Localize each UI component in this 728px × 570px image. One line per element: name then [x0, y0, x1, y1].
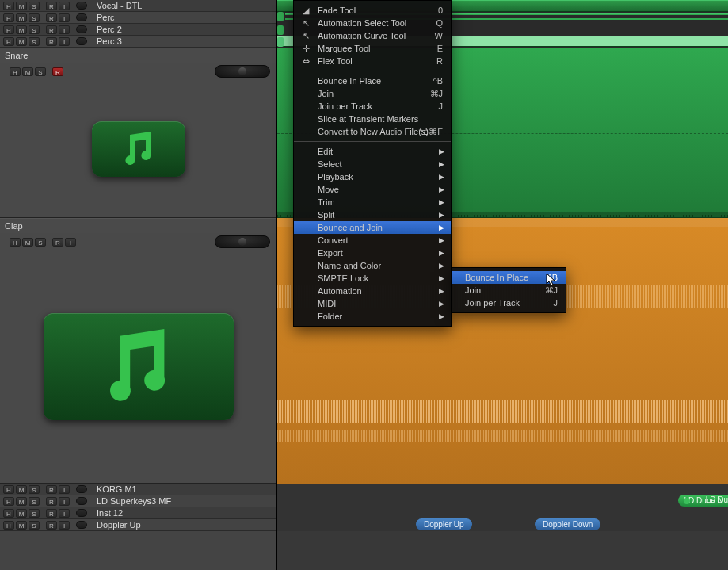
m-button[interactable]: M	[16, 37, 27, 46]
i-button[interactable]: I	[59, 2, 70, 10]
r-button[interactable]: R	[52, 67, 63, 76]
menu-item-slice-transients[interactable]: Slice at Transient Markers	[294, 113, 451, 125]
track-row[interactable]: H M S R I Inst 12	[0, 507, 276, 519]
track-row[interactable]: H M S R I LD Superkeys3 MF	[0, 495, 276, 507]
menu-item-move[interactable]: Move▶	[294, 183, 451, 196]
track-row[interactable]: H M S R I Perc 2	[0, 24, 276, 36]
track-row-large[interactable]: Snare H M S R	[0, 48, 276, 218]
r-button[interactable]: R	[46, 37, 57, 46]
menu-item-edit[interactable]: Edit▶	[294, 145, 451, 158]
r-button[interactable]: R	[46, 13, 57, 22]
s-button[interactable]: S	[29, 13, 40, 22]
menu-item-folder[interactable]: Folder▶	[294, 310, 451, 323]
r-button[interactable]: R	[46, 485, 57, 494]
s-button[interactable]: S	[35, 238, 46, 247]
track-row[interactable]: H M S R I Perc	[0, 12, 276, 24]
i-button[interactable]: I	[59, 509, 70, 518]
m-button[interactable]: M	[22, 67, 33, 76]
r-button[interactable]: R	[46, 25, 57, 34]
h-button[interactable]: H	[3, 497, 14, 506]
menu-item-automation-select[interactable]: ↖ Automation Select Tool Q	[294, 17, 451, 29]
h-button[interactable]: H	[3, 521, 14, 530]
r-button[interactable]: R	[46, 497, 57, 506]
menu-item-select[interactable]: Select▶	[294, 158, 451, 170]
h-button[interactable]: H	[3, 485, 14, 494]
m-button[interactable]: M	[16, 497, 27, 506]
m-button[interactable]: M	[16, 509, 27, 518]
menu-item-automation[interactable]: Automation▶	[294, 285, 451, 297]
context-menu[interactable]: ◢ Fade Tool 0 ↖ Automation Select Tool Q…	[293, 0, 452, 327]
h-button[interactable]: H	[3, 2, 14, 10]
context-submenu[interactable]: Bounce In Place ^B Join ⌘J Join per Trac…	[452, 267, 566, 313]
track-row-large[interactable]: Clap H M S R I	[0, 218, 276, 484]
menu-item-fade-tool[interactable]: ◢ Fade Tool 0	[294, 4, 451, 17]
menu-item-split[interactable]: Split▶	[294, 208, 451, 221]
s-button[interactable]: S	[29, 485, 40, 494]
s-button[interactable]: S	[29, 497, 40, 506]
h-button[interactable]: H	[3, 37, 14, 46]
track-toggle[interactable]	[76, 521, 87, 529]
m-button[interactable]: M	[22, 238, 33, 247]
i-button[interactable]: I	[59, 497, 70, 506]
track-row[interactable]: H M S R I KORG M1	[0, 484, 276, 495]
h-button[interactable]: H	[10, 67, 21, 76]
menu-item-automation-curve[interactable]: ↖ Automation Curve Tool W	[294, 29, 451, 42]
track-toggle[interactable]	[76, 485, 87, 493]
menu-item-join-per-track[interactable]: Join per Track J	[294, 100, 451, 113]
h-button[interactable]: H	[3, 25, 14, 34]
i-button[interactable]: I	[59, 25, 70, 34]
s-button[interactable]: S	[29, 25, 40, 34]
pan-knob[interactable]	[215, 65, 270, 78]
region-pill[interactable]: Doppler Up	[416, 518, 472, 530]
m-button[interactable]: M	[16, 25, 27, 34]
track-toggle[interactable]	[76, 25, 87, 33]
menu-item-join[interactable]: Join ⌘J	[294, 87, 451, 100]
i-button[interactable]: I	[59, 485, 70, 494]
h-button[interactable]: H	[3, 13, 14, 22]
m-button[interactable]: M	[16, 485, 27, 494]
r-button[interactable]: R	[52, 238, 63, 247]
menu-item-convert-new-audio[interactable]: Convert to New Audio File(s) ⌥⌘F	[294, 125, 451, 138]
m-button[interactable]: M	[16, 13, 27, 22]
region[interactable]	[277, 37, 284, 47]
r-button[interactable]: R	[46, 2, 57, 10]
track-row[interactable]: H M S R I Doppler Up	[0, 519, 276, 531]
menu-item-bounce-and-join[interactable]: Bounce and Join▶	[294, 221, 451, 234]
menu-item-midi[interactable]: MIDI▶	[294, 297, 451, 310]
track-toggle[interactable]	[76, 509, 87, 517]
track-row[interactable]: H M S R I Perc 3	[0, 36, 276, 48]
menu-item-export[interactable]: Export▶	[294, 247, 451, 259]
menu-item-convert[interactable]: Convert▶	[294, 234, 451, 247]
menu-item-trim[interactable]: Trim▶	[294, 196, 451, 208]
m-button[interactable]: M	[16, 521, 27, 530]
submenu-item-join[interactable]: Join ⌘J	[452, 284, 566, 296]
s-button[interactable]: S	[29, 2, 40, 10]
i-button[interactable]: I	[59, 521, 70, 530]
r-button[interactable]: R	[46, 509, 57, 518]
menu-item-playback[interactable]: Playback▶	[294, 170, 451, 183]
s-button[interactable]: S	[35, 67, 46, 76]
m-button[interactable]: M	[16, 2, 27, 10]
pan-knob[interactable]	[215, 235, 270, 248]
menu-item-name-and-color[interactable]: Name and Color▶	[294, 259, 451, 272]
i-button[interactable]: I	[65, 238, 76, 247]
menu-item-bounce-in-place[interactable]: Bounce In Place ^B	[294, 75, 451, 87]
region[interactable]	[277, 25, 284, 35]
track-toggle[interactable]	[76, 497, 87, 505]
menu-item-flex-tool[interactable]: ⇔ Flex Tool R	[294, 55, 451, 67]
region-pill[interactable]: Doppler Down	[535, 518, 600, 530]
h-button[interactable]: H	[3, 509, 14, 518]
s-button[interactable]: S	[29, 509, 40, 518]
s-button[interactable]: S	[29, 37, 40, 46]
h-button[interactable]: H	[10, 238, 21, 247]
s-button[interactable]: S	[29, 521, 40, 530]
i-button[interactable]: I	[59, 13, 70, 22]
track-row[interactable]: H M S R I Vocal - DTL	[0, 0, 276, 12]
i-button[interactable]: I	[59, 37, 70, 46]
track-toggle[interactable]	[76, 37, 87, 45]
submenu-item-join-per-track[interactable]: Join per Track J	[452, 296, 566, 309]
menu-item-marquee-tool[interactable]: ✛ Marquee Tool E	[294, 42, 451, 55]
submenu-item-bounce-in-place[interactable]: Bounce In Place ^B	[452, 271, 566, 284]
track-toggle[interactable]	[76, 13, 87, 21]
menu-item-smpte-lock[interactable]: SMPTE Lock▶	[294, 272, 451, 285]
